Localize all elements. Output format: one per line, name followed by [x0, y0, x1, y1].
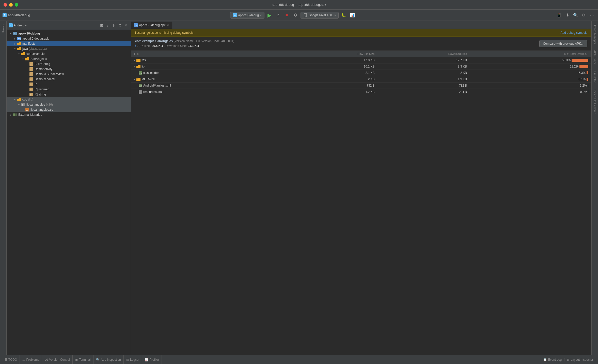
run-config-button[interactable]: A app-x86-debug ▾ [230, 12, 264, 19]
device-button[interactable]: Google Pixel 4 XL ▾ [301, 12, 339, 19]
tree-item-libsanangeles-so[interactable]: so libsanangeles.so [7, 107, 131, 112]
tree-item-sanangeles[interactable]: ▾ SanAngeles [7, 56, 131, 61]
status-todo[interactable]: ☰ TODO [2, 355, 20, 364]
class-icon-demoactivity: C [29, 67, 34, 71]
settings-panel-button[interactable]: ⚙ [117, 23, 123, 28]
status-version-control[interactable]: ⎇ Version Control [42, 355, 73, 364]
emulator-tab[interactable]: Emulator [592, 68, 597, 86]
tree-item-rmipmap[interactable]: C R$mipmap [7, 87, 131, 92]
tree-item-external[interactable]: ▸ External Libraries [7, 112, 131, 117]
project-name: A app-x86-debug [3, 13, 30, 17]
table-row[interactable]: ▸lib10.1 KB9.3 KB 29.2% [131, 63, 591, 70]
tree-item-buildconfig[interactable]: C BuildConfig [7, 61, 131, 67]
file-name-cell: xmlAndroidManifest.xml [131, 82, 291, 89]
traffic-lights[interactable] [4, 3, 18, 7]
tab-more-button[interactable]: ⋮ [584, 25, 591, 29]
settings-button[interactable]: ⚙ [580, 12, 587, 19]
close-panel-button[interactable]: ✕ [123, 23, 129, 28]
expand-button[interactable]: ↕ [105, 23, 111, 28]
tab-apk-icon: APK [134, 23, 138, 27]
project-tab[interactable]: Project [1, 21, 6, 36]
layout-inspector-icon: ⊞ [567, 358, 570, 361]
raw-size-cell: 732 B [291, 82, 378, 89]
android-dropdown-label: Android [14, 24, 24, 27]
apk-size-static-label: APK size: [137, 44, 151, 48]
tab-apk[interactable]: APK app-x86-debug.apk ✕ [131, 22, 172, 29]
raw-size-cell: 2.1 KB [291, 70, 378, 76]
tree-item-demoglsurfaceview[interactable]: C DemoGLSurfaceView [7, 72, 131, 77]
sdk-manager-button[interactable]: ⬇ [564, 12, 571, 19]
tree-arrow-cpp: ▾ [13, 98, 17, 101]
sync-button[interactable]: ⚙ [292, 12, 299, 19]
file-row-name-label: resources.arsc [143, 90, 163, 94]
svg-text:dex: dex [139, 72, 142, 74]
svg-text:lib: lib [22, 104, 23, 106]
svg-text:A: A [14, 32, 15, 35]
table-row[interactable]: fresources.arsc1.2 KB294 B 0.9% [131, 89, 591, 95]
apk-project-tab[interactable]: APK Project [592, 47, 597, 68]
collapse-all-button[interactable]: ⊟ [99, 23, 104, 28]
external-libs-icon [13, 113, 17, 117]
table-row[interactable]: ▸res17.8 KB17.7 KB 55.3% [131, 57, 591, 63]
tree-label-rmipmap: R$mipmap [35, 88, 49, 91]
status-event-log[interactable]: 📋 Event Log [541, 358, 564, 361]
svg-text:f: f [139, 91, 139, 93]
tree-arrow-external: ▸ [9, 113, 13, 116]
tree-item-apk[interactable]: ▸ APK app-x86-debug.apk [7, 36, 131, 41]
window-title: app-x86-debug – app-x86-debug.apk [272, 3, 326, 7]
tree-item-r[interactable]: C R [7, 82, 131, 87]
status-terminal[interactable]: ▣ Terminal [73, 355, 93, 364]
attach-debugger-button[interactable]: 🐛 [340, 12, 347, 19]
logcat-icon: ▤ [126, 358, 129, 361]
class-icon-rstring: C [29, 92, 34, 96]
search-button[interactable]: 🔍 [572, 12, 579, 19]
run-button[interactable]: ▶ [266, 12, 273, 19]
tree-item-demoactivity[interactable]: C DemoActivity [7, 67, 131, 72]
tree-item-libsanangeles[interactable]: ▾ lib libsanangeles (x86) [7, 102, 131, 107]
profile-button[interactable]: 📊 [349, 12, 356, 19]
tree-label-buildconfig: BuildConfig [35, 62, 50, 66]
tree-item-app[interactable]: ▾ A app-x86-debug [7, 31, 131, 36]
filter-button[interactable]: ⊧ [111, 23, 117, 28]
svg-text:APK: APK [18, 38, 21, 40]
svg-text:C: C [30, 78, 32, 81]
tree-item-cpp[interactable]: ▾ cpp (lib) [7, 97, 131, 102]
module-icon: A [13, 31, 17, 36]
compare-apk-button[interactable]: Compare with previous APK... [539, 40, 587, 47]
minimize-button[interactable] [9, 3, 13, 7]
table-row[interactable]: xmlAndroidManifest.xml732 B732 B 2.2% [131, 82, 591, 89]
tree-item-rstring[interactable]: C R$string [7, 92, 131, 97]
device-file-explorer-tab[interactable]: Device File Explorer [592, 86, 597, 117]
status-problems[interactable]: ⚠ Problems [20, 355, 42, 364]
add-debug-symbols-button[interactable]: Add debug symbols [561, 31, 587, 35]
tree-item-java[interactable]: ▾ java (classes.dex) [7, 46, 131, 51]
tree-item-manifests[interactable]: ▸ manifests [7, 41, 131, 46]
status-layout-inspector[interactable]: ⊞ Layout Inspector [564, 358, 596, 361]
percent-cell: 2.2% [470, 82, 591, 89]
table-row[interactable]: dexclasses.dex2.1 KB2 KB 6.3% [131, 70, 591, 76]
maximize-button[interactable] [15, 3, 18, 7]
percent-label: 6.3% [578, 71, 585, 75]
svg-text:C: C [30, 89, 32, 91]
tree-arrow-san: ▾ [21, 58, 25, 60]
svg-text:C: C [30, 84, 32, 86]
status-app-inspection[interactable]: 🔍 App Inspection [93, 355, 124, 364]
run-config-label: app-x86-debug [238, 13, 259, 17]
device-manager-tab[interactable]: Device Manager [592, 21, 597, 47]
svg-text:C: C [30, 63, 32, 65]
more-button[interactable]: ⋯ [588, 12, 595, 19]
tree-label-demoactivity: DemoActivity [35, 67, 52, 71]
tree-arrow: ▾ [9, 32, 13, 35]
android-dropdown[interactable]: A Android ▾ [9, 23, 27, 27]
tab-close-button[interactable]: ✕ [167, 24, 169, 27]
stop-button[interactable]: ■ [283, 12, 290, 19]
status-profiler[interactable]: 📈 Profiler [142, 355, 162, 364]
table-row[interactable]: ▸META-INF2 KB1.9 KB 6.1% [131, 76, 591, 82]
rerun-button[interactable]: ↺ [275, 12, 282, 19]
apk-content: libsanangeles.so is missing debug symbol… [131, 29, 591, 355]
tree-item-com-example[interactable]: ▾ com.example [7, 51, 131, 56]
close-button[interactable] [4, 3, 7, 7]
avd-manager-button[interactable]: 📱 [556, 12, 563, 19]
status-logcat[interactable]: ▤ Logcat [124, 355, 142, 364]
tree-item-demorenderer[interactable]: C DemoRenderer [7, 77, 131, 82]
